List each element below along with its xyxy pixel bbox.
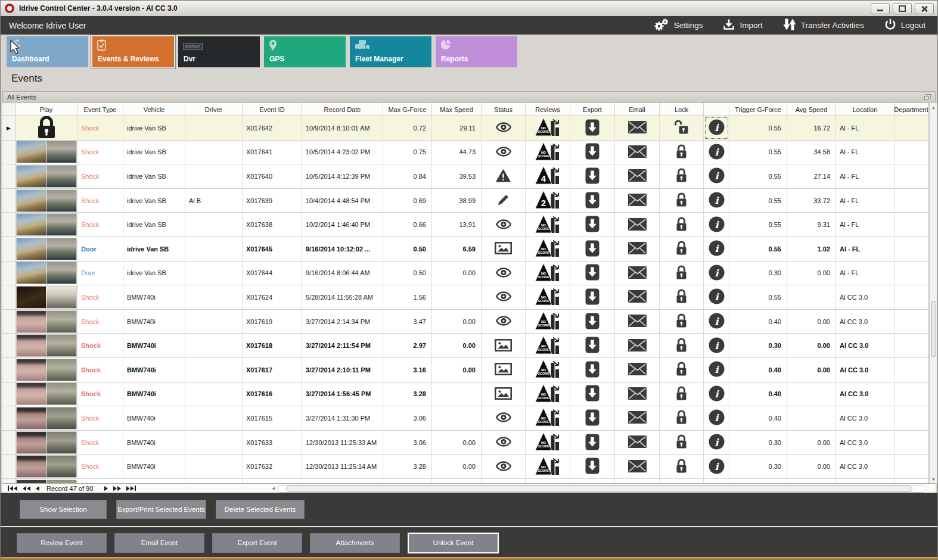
lock-button[interactable]: [660, 455, 704, 478]
play-cell[interactable]: [15, 285, 77, 309]
play-cell[interactable]: [15, 310, 77, 334]
export-button[interactable]: [570, 237, 615, 261]
status-cell[interactable]: [482, 455, 526, 478]
event-thumbnail[interactable]: [15, 479, 77, 483]
topbar-settings-button[interactable]: Settings: [653, 18, 703, 33]
lock-button[interactable]: [660, 406, 704, 430]
email-button[interactable]: [615, 334, 660, 357]
reviews-cell[interactable]: 4: [526, 164, 570, 188]
reviews-cell[interactable]: NOSCORE: [526, 237, 570, 261]
email-button[interactable]: [615, 262, 660, 285]
lock-button[interactable]: [660, 141, 704, 164]
export-button[interactable]: [570, 455, 615, 478]
status-cell[interactable]: [482, 431, 526, 455]
play-cell[interactable]: [15, 237, 77, 261]
lock-button[interactable]: [660, 164, 704, 188]
export-button[interactable]: [570, 310, 615, 334]
column-header-avg-speed[interactable]: Avg Speed: [787, 103, 836, 116]
email-button[interactable]: [615, 213, 660, 237]
table-row[interactable]: Shockidrive Van SBX01764010/5/2014 4:12:…: [2, 164, 928, 189]
export-button[interactable]: [570, 141, 615, 164]
lock-button[interactable]: [660, 285, 704, 309]
reviews-cell[interactable]: NOSCORE: [526, 141, 570, 164]
status-cell[interactable]: [482, 262, 526, 285]
column-header-max-g-force[interactable]: Max G-Force: [383, 103, 432, 116]
lock-button[interactable]: [660, 189, 704, 213]
table-row[interactable]: Shockidrive Van SBX01763810/2/2014 1:46:…: [2, 213, 928, 237]
column-header-reviews[interactable]: Reviews: [526, 103, 570, 116]
info-button[interactable]: i: [704, 406, 729, 430]
scroll-left-icon[interactable]: ◀: [272, 486, 275, 491]
lock-button[interactable]: [660, 116, 704, 140]
lock-button[interactable]: [660, 237, 704, 261]
info-button[interactable]: i: [704, 262, 729, 285]
status-cell[interactable]: [482, 164, 526, 188]
event-thumbnail[interactable]: [17, 432, 76, 453]
event-thumbnail[interactable]: [17, 311, 76, 332]
reviews-cell[interactable]: NOSCORE: [526, 358, 570, 382]
fast-next-icon[interactable]: [113, 486, 121, 491]
lock-button[interactable]: [660, 431, 704, 455]
export-button[interactable]: [570, 382, 615, 406]
email-button[interactable]: [615, 431, 660, 455]
lock-button[interactable]: [660, 334, 704, 357]
export-print-selected-events-button[interactable]: Export/Print Selected Events: [116, 500, 206, 519]
unlock-event-button[interactable]: Unlock Event: [408, 533, 499, 553]
status-cell[interactable]: [482, 310, 526, 334]
info-button[interactable]: i: [704, 285, 729, 309]
lock-button[interactable]: [660, 262, 704, 285]
event-thumbnail[interactable]: [17, 238, 76, 260]
play-cell[interactable]: [15, 116, 77, 140]
email-button[interactable]: [615, 285, 660, 309]
export-event-button[interactable]: Export Event: [212, 533, 302, 553]
column-header-status[interactable]: Status: [482, 103, 526, 116]
info-button[interactable]: i: [704, 334, 729, 357]
restore-panel-icon[interactable]: [924, 94, 931, 100]
play-cell[interactable]: [15, 334, 77, 357]
column-header-department[interactable]: Department: [894, 103, 928, 116]
table-row[interactable]: Dooridrive Van SBX0176449/16/2014 8:06:4…: [2, 262, 928, 286]
minimize-button[interactable]: [871, 3, 890, 14]
email-button[interactable]: [615, 358, 660, 382]
event-thumbnail[interactable]: [17, 166, 76, 187]
table-row[interactable]: ShockBMW740iX01763312/30/2013 11:25:33 A…: [2, 431, 928, 455]
delete-selected-events-button[interactable]: Delete Selected Events: [216, 500, 305, 519]
info-button[interactable]: i: [704, 164, 729, 188]
lock-button[interactable]: [660, 358, 704, 382]
status-cell[interactable]: [482, 382, 526, 406]
table-row[interactable]: Dooridrive Van SBX0176459/16/2014 10:12:…: [2, 237, 928, 262]
status-cell[interactable]: [482, 237, 526, 261]
info-button[interactable]: i: [704, 431, 729, 455]
event-thumbnail[interactable]: [17, 407, 76, 429]
info-button[interactable]: i: [704, 116, 729, 140]
table-row[interactable]: ShockBMW740iX0176245/28/2014 11:55:28 AM…: [2, 285, 928, 310]
column-header-max-speed[interactable]: Max Speed: [432, 103, 482, 116]
topbar-transfer-activities-button[interactable]: Transfer Activities: [783, 18, 864, 33]
reviews-cell[interactable]: NOSCORE: [526, 382, 570, 406]
lock-button[interactable]: [660, 213, 704, 237]
topbar-logout-button[interactable]: Logout: [884, 18, 925, 32]
show-selection-button[interactable]: Show Selection: [20, 500, 107, 519]
play-cell[interactable]: [15, 455, 77, 478]
status-cell[interactable]: [482, 213, 526, 237]
table-row[interactable]: Shockidrive Van SBX01764110/5/2014 4:23:…: [2, 141, 928, 165]
email-button[interactable]: [615, 189, 660, 213]
reviews-cell[interactable]: 2: [526, 189, 570, 213]
column-header-export[interactable]: Export: [570, 103, 615, 116]
lock-button[interactable]: [660, 310, 704, 334]
tab-fleet-manager[interactable]: Fleet Manager: [350, 36, 431, 67]
event-thumbnail[interactable]: [17, 141, 76, 163]
prev-page-icon[interactable]: [36, 486, 39, 491]
column-header-email[interactable]: Email: [615, 103, 660, 116]
export-button[interactable]: [570, 262, 615, 285]
event-thumbnail[interactable]: [17, 287, 76, 308]
column-header-lock[interactable]: Lock: [660, 103, 704, 116]
tab-gps[interactable]: GPS: [264, 36, 346, 67]
first-page-icon[interactable]: [8, 486, 17, 491]
column-header-record-date[interactable]: Record Date: [302, 103, 383, 116]
email-button[interactable]: [615, 382, 660, 406]
tab-dvr[interactable]: MERGEDvr: [178, 36, 260, 67]
column-header-location[interactable]: Location: [836, 103, 894, 116]
status-cell[interactable]: [482, 406, 526, 430]
reviews-cell[interactable]: NOSCORE: [526, 213, 570, 237]
